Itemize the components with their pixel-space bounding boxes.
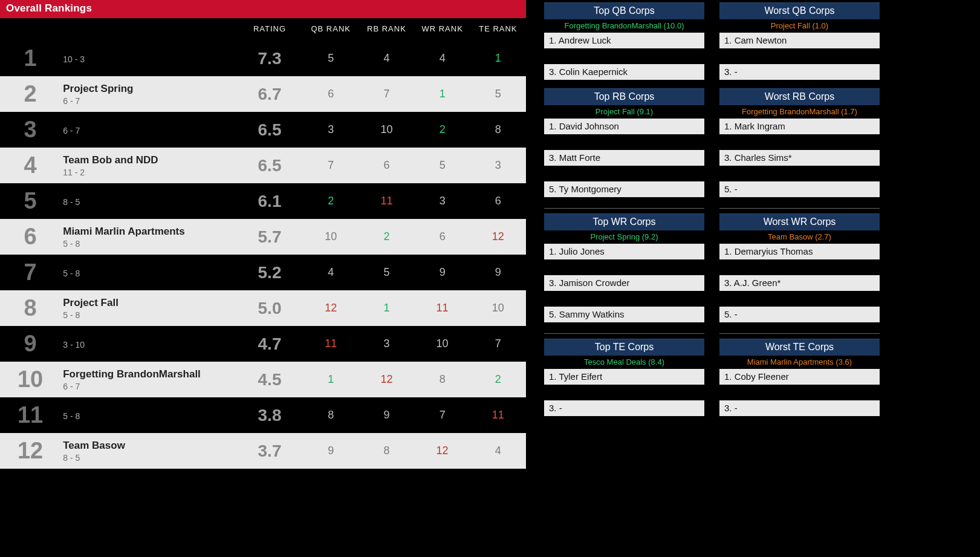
corps-subtitle: Forgetting BrandonMarshall (10.0) [544,19,704,33]
rb-rank: 9 [359,397,414,433]
te-rank: 10 [470,290,526,326]
rating-value: 5.7 [236,219,303,255]
corps-row-gap [719,48,880,64]
qb-rank: 1 [303,362,359,397]
rank-number: 5 [0,183,60,219]
wr-rank: 8 [415,362,470,397]
qb-rank: 11 [303,326,359,362]
corps-separator [544,208,704,209]
wr-rank: 5 [415,148,470,183]
rating-value: 6.7 [236,76,303,112]
wr-rank: 9 [415,255,470,290]
te-rank: 11 [470,397,526,433]
wr-rank: 4 [415,41,470,76]
wr-rank: 11 [415,290,470,326]
rb-rank: 1 [359,290,414,326]
corps-row-gap [719,385,880,400]
table-row: 10Forgetting BrandonMarshall6 - 74.51128… [0,362,526,397]
corps-box: Worst RB CorpsForgetting BrandonMarshall… [719,88,880,197]
corps-player-row: 5. - [719,181,880,197]
corps-subtitle: Project Fall (9.1) [544,105,704,119]
corps-row-gap [544,48,704,64]
rb-rank: 10 [359,112,414,148]
rankings-header-row: RATING QB RANK RB RANK WR RANK TE RANK [0,18,526,41]
corps-box: Worst QB CorpsProject Fall (1.0)1. Cam N… [719,2,880,80]
team-record: 5 - 8 [63,269,234,278]
team-name: Team Basow [63,440,234,452]
corps-title: Top RB Corps [544,88,704,105]
team-record: 11 - 2 [63,168,234,177]
qb-rank: 7 [303,148,359,183]
corps-row-gap [719,259,880,275]
corps-row-gap [544,385,704,400]
rank-number: 1 [0,41,60,76]
wr-rank: 6 [415,219,470,255]
rating-value: 5.0 [236,290,303,326]
rank-number: 2 [0,76,60,112]
corps-subtitle: Tesco Meal Deals (8.4) [544,356,704,369]
col-wr: WR RANK [415,18,470,41]
table-row: 12Team Basow8 - 53.798124 [0,433,526,469]
rb-rank: 3 [359,326,414,362]
table-row: 2Project Spring6 - 76.76715 [0,76,526,112]
table-row: 6Miami Marlin Apartments5 - 85.7102612 [0,219,526,255]
rb-rank: 2 [359,219,414,255]
te-rank: 7 [470,326,526,362]
corps-subtitle: Project Fall (1.0) [719,19,880,33]
qb-rank: 9 [303,433,359,469]
corps-row-gap [544,291,704,307]
corps-player-row: 3. - [719,400,880,416]
team-record: 5 - 8 [63,239,234,249]
rank-number: 10 [0,362,60,397]
table-row: 75 - 85.24599 [0,255,526,290]
table-row: 58 - 56.121136 [0,183,526,219]
team-record: 8 - 5 [63,453,234,463]
te-rank: 8 [470,112,526,148]
corps-title: Top TE Corps [544,339,704,356]
te-rank: 12 [470,219,526,255]
corps-player-row: 1. Demaryius Thomas [719,244,880,259]
team-record: 10 - 3 [63,54,234,64]
rating-value: 3.8 [236,397,303,433]
corps-separator [719,208,880,209]
corps-player-row: 3. Colin Kaepernick [544,64,704,80]
te-rank: 4 [470,433,526,469]
corps-separator [719,333,880,334]
col-qb: QB RANK [303,18,359,41]
corps-player-row: 1. David Johnson [544,119,704,134]
corps-player-row: 3. - [719,64,880,80]
team-cell: 8 - 5 [60,183,236,219]
wr-rank: 12 [415,433,470,469]
qb-rank: 10 [303,219,359,255]
team-cell: Miami Marlin Apartments5 - 8 [60,219,236,255]
qb-rank: 5 [303,41,359,76]
team-record: 3 - 10 [63,340,234,350]
team-name: Forgetting BrandonMarshall [63,368,234,380]
corps-subtitle: Team Basow (2.7) [719,230,880,244]
corps-title: Worst TE Corps [719,339,880,356]
qb-rank: 6 [303,76,359,112]
corps-player-row: 1. Andrew Luck [544,33,704,48]
team-cell: Forgetting BrandonMarshall6 - 7 [60,362,236,397]
corps-title: Top WR Corps [544,213,704,230]
corps-player-row: 1. Mark Ingram [719,119,880,134]
qb-rank: 2 [303,183,359,219]
corps-title: Worst QB Corps [719,2,880,19]
corps-player-row: 5. - [719,307,880,322]
corps-player-row: 3. Charles Sims* [719,150,880,166]
corps-row-gap [719,291,880,307]
te-rank: 1 [470,41,526,76]
corps-row-gap [544,134,704,150]
corps-player-row: 1. Tyler Eifert [544,369,704,385]
team-record: 5 - 8 [63,310,234,320]
team-record: 6 - 7 [63,126,234,135]
corps-row-gap [719,134,880,150]
wr-rank: 1 [415,76,470,112]
team-cell: 5 - 8 [60,397,236,433]
rank-number: 9 [0,326,60,362]
team-name: Miami Marlin Apartments [63,226,234,238]
corps-title: Worst WR Corps [719,213,880,230]
table-row: 115 - 83.889711 [0,397,526,433]
table-row: 8Project Fall5 - 85.01211110 [0,290,526,326]
corps-player-row: 1. Coby Fleener [719,369,880,385]
